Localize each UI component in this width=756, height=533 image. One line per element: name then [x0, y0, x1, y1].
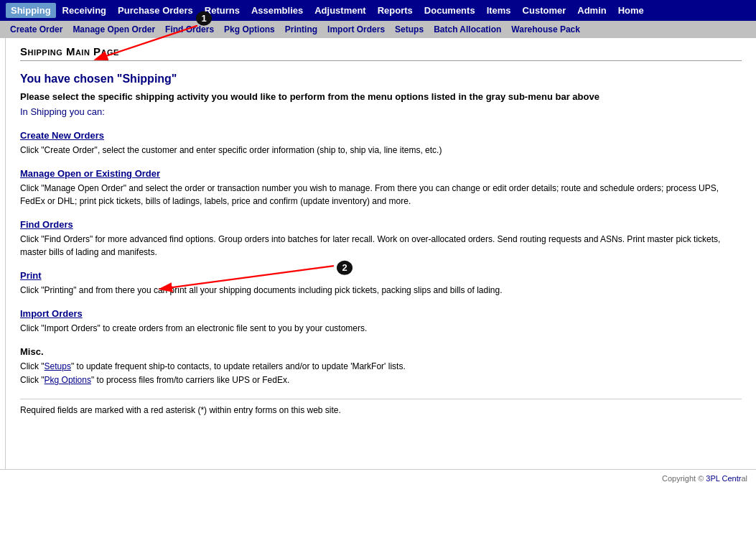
- import-orders-link[interactable]: Import Orders: [20, 308, 742, 319]
- find-orders-desc: Click "Find Orders" for more advanced fi…: [20, 233, 742, 259]
- main-content: Shipping Main Page You have chosen "Ship…: [6, 38, 756, 469]
- create-new-orders-link[interactable]: Create New Orders: [20, 130, 742, 141]
- print-desc: Click "Printing" and from there you can …: [20, 284, 742, 297]
- subnav-warehouse-pack[interactable]: Warehouse Pack: [507, 23, 584, 36]
- manage-open-order-desc: Click "Manage Open Order" and select the…: [20, 182, 742, 208]
- create-new-orders-desc: Click "Create Order", select the custome…: [20, 144, 742, 157]
- required-note: Required fields are marked with a red as…: [20, 399, 742, 415]
- subnav-find-orders[interactable]: Find Orders: [161, 23, 218, 36]
- intro-text: In Shipping you can:: [20, 106, 742, 117]
- nav-receiving[interactable]: Receiving: [57, 3, 111, 18]
- subnav-printing[interactable]: Printing: [281, 23, 322, 36]
- setups-inline-link[interactable]: Setups: [45, 361, 71, 371]
- find-orders-link[interactable]: Find Orders: [20, 219, 742, 230]
- subnav-import-orders[interactable]: Import Orders: [323, 23, 389, 36]
- top-nav: Shipping Receiving Purchase Orders Retur…: [0, 0, 756, 21]
- footer: Copyright © 3PL Central: [0, 469, 756, 487]
- nav-reports[interactable]: Reports: [373, 3, 418, 18]
- subnav-pkg-options[interactable]: Pkg Options: [220, 23, 279, 36]
- subnav-create-order[interactable]: Create Order: [6, 23, 67, 36]
- nav-returns[interactable]: Returns: [200, 3, 245, 18]
- nav-shipping[interactable]: Shipping: [6, 3, 56, 18]
- misc-desc: Click "Setups" to update frequent ship-t…: [20, 360, 742, 387]
- nav-documents[interactable]: Documents: [419, 3, 480, 18]
- nav-customer[interactable]: Customer: [518, 3, 571, 18]
- nav-home[interactable]: Home: [613, 3, 649, 18]
- misc-desc-line2: Click "Pkg Options" to process files fro…: [20, 375, 289, 385]
- page-wrapper: Shipping Main Page You have chosen "Ship…: [0, 38, 756, 469]
- sub-nav: Create Order Manage Open Order Find Orde…: [0, 21, 756, 38]
- left-border: [0, 38, 6, 469]
- pkg-options-inline-link[interactable]: Pkg Options: [45, 375, 91, 385]
- subnav-setups[interactable]: Setups: [391, 23, 428, 36]
- misc-title: Misc.: [20, 346, 742, 357]
- print-link[interactable]: Print: [20, 270, 742, 281]
- manage-open-order-link[interactable]: Manage Open or Existing Order: [20, 168, 742, 179]
- nav-assemblies[interactable]: Assemblies: [246, 3, 308, 18]
- nav-adjustment[interactable]: Adjustment: [309, 3, 371, 18]
- nav-admin[interactable]: Admin: [572, 3, 611, 18]
- page-title: Shipping Main Page: [20, 45, 742, 61]
- instruction-text: Please select the specific shipping acti…: [20, 91, 742, 102]
- nav-items[interactable]: Items: [482, 3, 516, 18]
- import-orders-desc: Click "Import Orders" to create orders f…: [20, 322, 742, 335]
- chosen-title: You have chosen "Shipping": [20, 73, 742, 85]
- subnav-manage-open-order[interactable]: Manage Open Order: [68, 23, 159, 36]
- 3pl-central-link[interactable]: 3PL Centr: [706, 474, 741, 483]
- nav-purchase-orders[interactable]: Purchase Orders: [113, 3, 198, 18]
- subnav-batch-allocation[interactable]: Batch Allocation: [429, 23, 505, 36]
- misc-desc-line1: Click "Setups" to update frequent ship-t…: [20, 361, 406, 371]
